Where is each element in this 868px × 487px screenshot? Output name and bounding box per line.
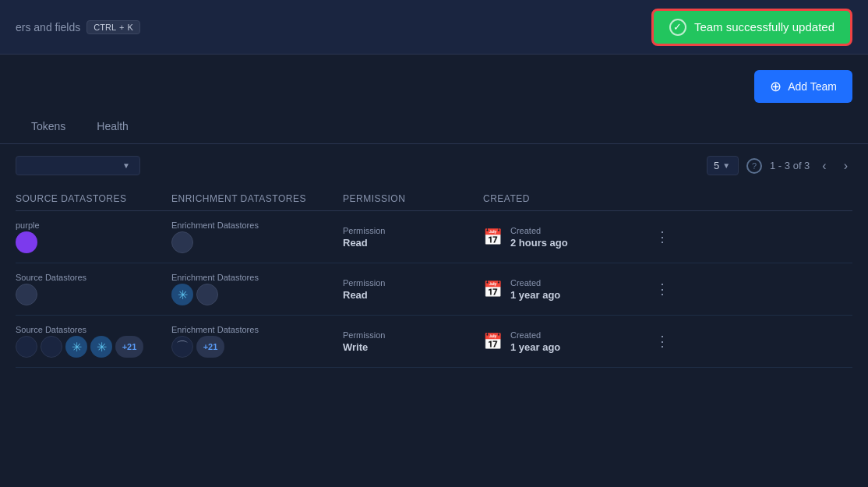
toast-message: Team successfully updated (694, 20, 834, 34)
col-source: Source Datastores (16, 193, 171, 204)
permission-cell: Permission Read (343, 226, 483, 249)
check-icon: ✓ (669, 19, 686, 36)
next-page-button[interactable]: › (839, 157, 852, 175)
ds-icon-snowflake: ✳ (65, 336, 87, 358)
col-permission: Permission (343, 193, 483, 204)
ds-icon-dark (16, 336, 37, 358)
ds-icon-empty (171, 231, 193, 253)
help-icon[interactable]: ? (746, 158, 762, 174)
created-info: Created 1 year ago (510, 330, 560, 353)
ds-icon-empty (16, 284, 37, 305)
created-info: Created 1 year ago (510, 278, 560, 301)
tab-tokens[interactable]: Tokens (16, 111, 81, 143)
source-icons (16, 284, 171, 305)
plus-badge-icon: +21 (115, 336, 143, 358)
ds-icon-dark (41, 336, 62, 358)
table-row: purple Enrichment Datastores Permission … (16, 211, 852, 263)
source-icons: ✳ ✳ +21 (16, 336, 171, 358)
source-datastores-cell: Source Datastores (16, 273, 171, 305)
row-more-button[interactable]: ⋮ (639, 330, 686, 353)
ds-icon-empty (196, 284, 218, 305)
permission-cell: Permission Write (343, 330, 483, 353)
enrichment-datastores-cell: Enrichment Datastores ✳ (171, 273, 343, 305)
plus-badge-icon: +21 (196, 336, 224, 358)
ds-icon-snowflake: ✳ (90, 336, 112, 358)
search-label: ers and fields (16, 21, 80, 34)
source-icons (16, 231, 171, 253)
created-cell: 📅 Created 2 hours ago (483, 226, 639, 249)
filter-dropdown[interactable]: ▼ (16, 156, 140, 175)
ds-icon-snowflake: ✳ (171, 284, 193, 305)
enrichment-datastores-cell: Enrichment Datastores (171, 221, 343, 253)
enrichment-icons: ⌒ +21 (171, 336, 343, 358)
table-row: Source Datastores Enrichment Datastores … (16, 263, 852, 316)
success-toast: ✓ Team successfully updated (651, 9, 852, 46)
tab-health[interactable]: Health (81, 111, 143, 143)
created-cell: 📅 Created 1 year ago (483, 330, 639, 353)
created-cell: 📅 Created 1 year ago (483, 278, 639, 301)
calendar-icon: 📅 (483, 280, 503, 298)
chevron-down-icon: ▼ (122, 161, 130, 170)
row-more-button[interactable]: ⋮ (639, 277, 686, 301)
keyboard-shortcut: CTRL + K (86, 20, 140, 34)
permission-cell: Permission Read (343, 278, 483, 301)
table-header: Source Datastores Enrichment Datastores … (16, 187, 852, 211)
add-team-button[interactable]: ⊕ Add Team (754, 70, 852, 103)
calendar-icon: 📅 (483, 332, 503, 351)
search-area: ers and fields CTRL + K (16, 20, 140, 34)
enrichment-icons (171, 231, 343, 253)
calendar-icon: 📅 (483, 228, 503, 246)
pagination-controls: 5 ▼ ? 1 - 3 of 3 ‹ › (707, 156, 852, 175)
per-page-chevron-icon: ▼ (722, 161, 730, 170)
col-actions (639, 193, 686, 204)
row-more-button[interactable]: ⋮ (639, 225, 686, 249)
ds-icon-dark: ⌒ (171, 336, 193, 358)
enrichment-datastores-cell: Enrichment Datastores ⌒ +21 (171, 325, 343, 358)
col-enrichment: Enrichment Datastores (171, 193, 343, 204)
table-row: Source Datastores ✳ ✳ +21 Enrichment Dat… (16, 316, 852, 368)
filter-pagination-row: ▼ 5 ▼ ? 1 - 3 of 3 ‹ › (0, 144, 868, 187)
top-bar: ers and fields CTRL + K ✓ Team successfu… (0, 0, 868, 55)
plus-circle-icon: ⊕ (770, 78, 782, 95)
enrichment-icons: ✳ (171, 284, 343, 305)
created-info: Created 2 hours ago (510, 226, 568, 249)
tabs-bar: Tokens Health (0, 111, 868, 144)
source-datastores-cell: purple (16, 221, 171, 253)
col-created: Created (483, 193, 639, 204)
prev-page-button[interactable]: ‹ (817, 157, 831, 175)
source-datastores-cell: Source Datastores ✳ ✳ +21 (16, 325, 171, 358)
add-team-bar: ⊕ Add Team (0, 55, 868, 111)
data-table: Source Datastores Enrichment Datastores … (0, 187, 868, 368)
pagination-range: 1 - 3 of 3 (770, 160, 810, 171)
per-page-select[interactable]: 5 ▼ (707, 156, 739, 175)
ds-icon-purple (16, 231, 37, 253)
